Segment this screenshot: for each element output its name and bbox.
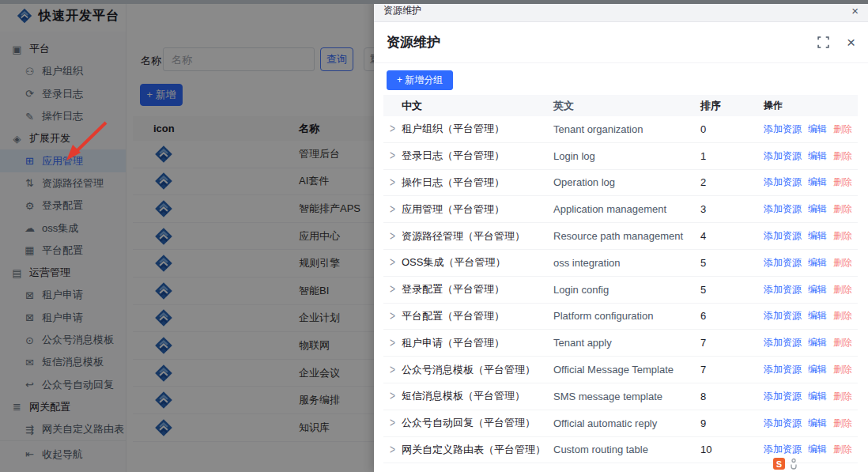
delete-link[interactable]: 删除 [833,336,852,349]
resource-group-row: > 登录配置（平台管理） Login config 5 添加资源 编辑 删除 [383,277,858,304]
dialog-titlebar: 资源维护 × [374,22,868,63]
resource-group-row: > 公众号消息模板（平台管理） Official Message Templat… [383,357,858,383]
expand-chevron-icon[interactable]: > [390,336,402,350]
expand-chevron-icon[interactable]: > [390,416,402,430]
resource-group-row: > 租户申请（平台管理） Tenant apply 7 添加资源 编辑 删除 [383,330,858,357]
fullscreen-icon[interactable] [817,36,829,48]
add-resource-link[interactable]: 添加资源 [764,336,802,349]
resource-table-body: > 租户组织（平台管理） Tenant organization 0 添加资源 … [383,116,858,463]
order-column-header: 排序 [700,99,764,113]
resource-group-table: 中文 英文 排序 操作 > 租户组织（平台管理） Tenant organiza… [383,95,858,463]
resource-maintenance-drawer: 资源维护 × 资源维护 × + 新增分组 中文 英文 排序 操作 > 租户组织（… [374,0,868,472]
group-order: 1 [700,150,764,162]
delete-link[interactable]: 删除 [833,443,852,456]
ime-icon[interactable]: S [773,458,785,470]
edit-link[interactable]: 编辑 [808,123,827,136]
group-order: 9 [700,417,764,429]
resource-group-row: > 资源路径管理（平台管理） Resource path management … [383,223,858,250]
add-resource-link[interactable]: 添加资源 [764,229,802,243]
group-order: 8 [700,391,764,402]
add-group-button[interactable]: + 新增分组 [387,70,453,90]
delete-link[interactable]: 删除 [833,417,852,430]
delete-link[interactable]: 删除 [833,390,852,403]
drawer-close-icon[interactable]: × [851,5,859,17]
delete-link[interactable]: 删除 [833,149,852,163]
group-en-name: Login log [553,150,700,162]
edit-link[interactable]: 编辑 [808,336,827,349]
group-order: 10 [700,444,764,455]
app-window: 快速开发平台 ▣ 平台 ⚇ 租户组织 ⟳ 登录日志 ✎ 操作日志 ◈ 扩展开发 … [0,0,868,472]
group-en-name: Custom routing table [553,444,700,455]
expand-chevron-icon[interactable]: > [390,122,402,136]
group-zh-name: 操作日志（平台管理） [402,176,504,190]
expand-chevron-icon[interactable]: > [390,282,402,296]
group-order: 7 [700,364,764,376]
delete-link[interactable]: 删除 [833,309,852,323]
edit-link[interactable]: 编辑 [808,283,827,296]
expand-chevron-icon[interactable]: > [390,362,402,376]
resource-group-row: > 公众号自动回复（平台管理） Official automatic reply… [383,410,858,437]
edit-link[interactable]: 编辑 [808,417,827,430]
group-zh-name: 公众号自动回复（平台管理） [402,416,535,430]
delete-link[interactable]: 删除 [833,363,852,376]
resource-table-header: 中文 英文 排序 操作 [383,95,858,116]
group-zh-name: 公众号消息模板（平台管理） [402,363,535,377]
resource-group-row: > 操作日志（平台管理） Operation log 2 添加资源 编辑 删除 [383,170,858,197]
edit-link[interactable]: 编辑 [808,202,827,216]
add-resource-link[interactable]: 添加资源 [764,309,802,323]
ime-tray: S [773,458,798,470]
delete-link[interactable]: 删除 [833,176,852,189]
add-resource-link[interactable]: 添加资源 [764,123,802,136]
expand-chevron-icon[interactable]: > [390,309,402,323]
ime-toolbar-icon[interactable] [789,458,798,470]
en-column-header: 英文 [553,99,700,113]
group-zh-name: 租户申请（平台管理） [402,336,504,350]
add-resource-link[interactable]: 添加资源 [764,363,802,376]
group-en-name: Resource path management [553,230,700,242]
group-zh-name: 平台配置（平台管理） [402,309,504,323]
edit-link[interactable]: 编辑 [808,149,827,163]
edit-link[interactable]: 编辑 [808,363,827,376]
add-resource-link[interactable]: 添加资源 [764,390,802,403]
dialog-close-icon[interactable]: × [847,35,855,50]
add-resource-link[interactable]: 添加资源 [764,202,802,216]
group-en-name: oss integration [553,257,700,269]
resource-group-row: > 租户组织（平台管理） Tenant organization 0 添加资源 … [383,116,858,143]
add-resource-link[interactable]: 添加资源 [764,176,802,189]
delete-link[interactable]: 删除 [833,123,852,136]
delete-link[interactable]: 删除 [833,229,852,243]
group-en-name: Official Message Template [553,364,700,376]
add-resource-link[interactable]: 添加资源 [764,283,802,296]
expand-chevron-icon[interactable]: > [390,228,402,243]
group-order: 0 [700,123,764,135]
delete-link[interactable]: 删除 [833,202,852,216]
add-resource-link[interactable]: 添加资源 [764,256,802,270]
expand-chevron-icon[interactable]: > [390,255,402,270]
expand-chevron-icon[interactable]: > [390,202,402,217]
edit-link[interactable]: 编辑 [808,229,827,243]
add-resource-link[interactable]: 添加资源 [764,149,802,163]
edit-link[interactable]: 编辑 [808,256,827,270]
delete-link[interactable]: 删除 [833,283,852,296]
expand-chevron-icon[interactable]: > [390,149,402,163]
group-order: 5 [700,284,764,296]
edit-link[interactable]: 编辑 [808,443,827,456]
group-zh-name: 登录配置（平台管理） [402,282,504,296]
group-zh-name: 资源路径管理（平台管理） [402,229,525,244]
edit-link[interactable]: 编辑 [808,309,827,323]
edit-link[interactable]: 编辑 [808,390,827,403]
add-resource-link[interactable]: 添加资源 [764,417,802,430]
group-order: 7 [700,337,764,349]
add-resource-link[interactable]: 添加资源 [764,443,802,456]
expand-chevron-icon[interactable]: > [390,176,402,190]
expand-chevron-icon[interactable]: > [390,443,402,457]
delete-link[interactable]: 删除 [833,256,852,270]
drawer-topbar-title: 资源维护 [383,4,851,17]
expand-chevron-icon[interactable]: > [390,389,402,403]
group-zh-name: 登录日志（平台管理） [402,149,504,163]
group-en-name: SMS message template [553,391,700,402]
group-en-name: Platform configuration [553,310,700,322]
edit-link[interactable]: 编辑 [808,176,827,189]
group-order: 6 [700,310,764,322]
window-top-edge [0,0,868,4]
